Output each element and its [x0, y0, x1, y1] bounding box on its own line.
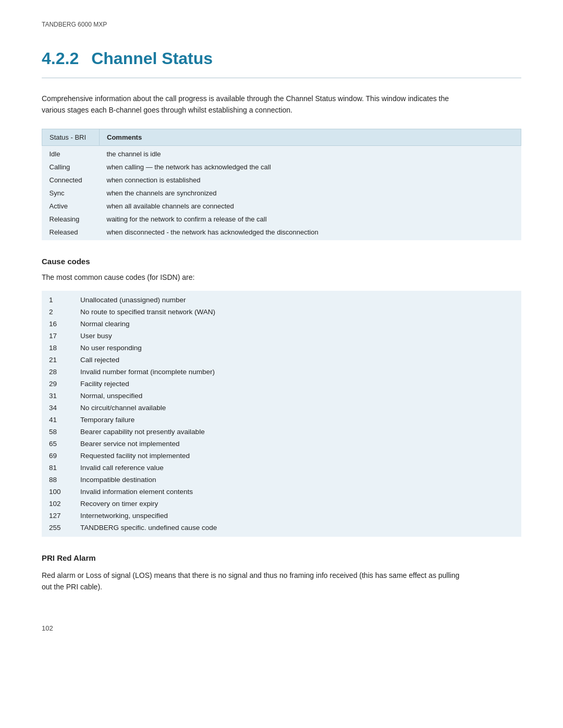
cause-description-cell: Requested facility not implemented: [73, 450, 521, 462]
cause-codes-title: Cause codes: [42, 257, 521, 266]
cause-description-cell: TANDBERG specific. undefined cause code: [73, 522, 521, 537]
cause-table-row: 127 Internetworking, unspecified: [42, 510, 521, 522]
cause-description-cell: Facility rejected: [73, 378, 521, 390]
status-table-row: Connected when connection is established: [42, 174, 521, 187]
status-table-row: Calling when calling — the network has a…: [42, 161, 521, 174]
cause-description-cell: Internetworking, unspecified: [73, 510, 521, 522]
cause-description-cell: Normal, unspecified: [73, 390, 521, 402]
cause-code-cell: 34: [42, 402, 73, 414]
cause-table-row: 69 Requested facility not implemented: [42, 450, 521, 462]
cause-table-row: 2 No route to specified transit network …: [42, 306, 521, 318]
comment-cell: when connection is established: [100, 174, 521, 187]
cause-codes-table: 1 Unallocated (unassigned) number 2 No r…: [42, 291, 521, 537]
section-title-text: Channel Status: [91, 49, 213, 68]
section-divider: [42, 78, 521, 78]
cause-code-cell: 102: [42, 498, 73, 510]
cause-table-row: 255 TANDBERG specific. undefined cause c…: [42, 522, 521, 537]
intro-text: Comprehensive information about the call…: [42, 93, 469, 116]
cause-code-cell: 69: [42, 450, 73, 462]
status-cell: Calling: [42, 161, 100, 174]
cause-code-cell: 28: [42, 366, 73, 378]
cause-code-cell: 21: [42, 354, 73, 366]
cause-description-cell: User busy: [73, 330, 521, 342]
status-cell: Released: [42, 226, 100, 240]
cause-code-cell: 17: [42, 330, 73, 342]
status-cell: Connected: [42, 174, 100, 187]
cause-code-cell: 65: [42, 438, 73, 450]
status-table-row: Releasing waiting for the network to con…: [42, 213, 521, 226]
status-cell: Active: [42, 200, 100, 213]
cause-table-row: 58 Bearer capability not presently avail…: [42, 426, 521, 438]
cause-code-cell: 81: [42, 462, 73, 474]
cause-description-cell: Invalid call reference value: [73, 462, 521, 474]
cause-code-cell: 1: [42, 291, 73, 306]
cause-table-row: 34 No circuit/channel available: [42, 402, 521, 414]
cause-description-cell: Bearer service not implemented: [73, 438, 521, 450]
cause-description-cell: Call rejected: [73, 354, 521, 366]
cause-code-cell: 255: [42, 522, 73, 537]
comment-cell: the channel is idle: [100, 145, 521, 161]
cause-code-cell: 58: [42, 426, 73, 438]
section-number: 4.2.2: [42, 49, 79, 68]
cause-description-cell: Invalid number format (incomplete number…: [73, 366, 521, 378]
cause-code-cell: 2: [42, 306, 73, 318]
cause-code-cell: 41: [42, 414, 73, 426]
status-table-col1-header: Status - BRI: [42, 129, 100, 145]
cause-codes-intro: The most common cause codes (for ISDN) a…: [42, 273, 521, 281]
pri-red-alarm-section: PRI Red Alarm Red alarm or Loss of signa…: [42, 553, 521, 593]
cause-table-row: 102 Recovery on timer expiry: [42, 498, 521, 510]
comment-cell: when the channels are synchronized: [100, 187, 521, 200]
cause-description-cell: Normal clearing: [73, 318, 521, 330]
cause-table-row: 65 Bearer service not implemented: [42, 438, 521, 450]
cause-table-row: 1 Unallocated (unassigned) number: [42, 291, 521, 306]
cause-description-cell: No user responding: [73, 342, 521, 354]
cause-table-row: 16 Normal clearing: [42, 318, 521, 330]
status-cell: Releasing: [42, 213, 100, 226]
status-cell: Idle: [42, 145, 100, 161]
cause-table-row: 88 Incompatible destination: [42, 474, 521, 486]
cause-description-cell: Bearer capability not presently availabl…: [73, 426, 521, 438]
cause-description-cell: No route to specified transit network (W…: [73, 306, 521, 318]
section-title: 4.2.2Channel Status: [42, 49, 521, 68]
cause-code-cell: 18: [42, 342, 73, 354]
cause-table-row: 29 Facility rejected: [42, 378, 521, 390]
status-table-col2-header: Comments: [100, 129, 521, 145]
cause-code-cell: 100: [42, 486, 73, 498]
status-table-row: Released when disconnected - the network…: [42, 226, 521, 240]
status-table-row: Active when all available channels are c…: [42, 200, 521, 213]
header-label: TANDBERG 6000 MXP: [42, 21, 521, 28]
cause-description-cell: Unallocated (unassigned) number: [73, 291, 521, 306]
status-table-row: Sync when the channels are synchronized: [42, 187, 521, 200]
cause-table-row: 31 Normal, unspecified: [42, 390, 521, 402]
cause-description-cell: Recovery on timer expiry: [73, 498, 521, 510]
cause-description-cell: No circuit/channel available: [73, 402, 521, 414]
cause-code-cell: 127: [42, 510, 73, 522]
cause-code-cell: 16: [42, 318, 73, 330]
cause-table-row: 41 Temporary failure: [42, 414, 521, 426]
cause-description-cell: Incompatible destination: [73, 474, 521, 486]
status-table-row: Idle the channel is idle: [42, 145, 521, 161]
cause-table-row: 18 No user responding: [42, 342, 521, 354]
page-number: 102: [42, 624, 521, 632]
status-cell: Sync: [42, 187, 100, 200]
cause-table-row: 17 User busy: [42, 330, 521, 342]
cause-code-cell: 29: [42, 378, 73, 390]
status-table: Status - BRI Comments Idle the channel i…: [42, 129, 521, 240]
cause-code-cell: 88: [42, 474, 73, 486]
comment-cell: waiting for the network to confirm a rel…: [100, 213, 521, 226]
cause-table-row: 21 Call rejected: [42, 354, 521, 366]
cause-code-cell: 31: [42, 390, 73, 402]
cause-description-cell: Invalid information element contents: [73, 486, 521, 498]
cause-table-row: 81 Invalid call reference value: [42, 462, 521, 474]
comment-cell: when disconnected - the network has ackn…: [100, 226, 521, 240]
comment-cell: when calling — the network has acknowled…: [100, 161, 521, 174]
pri-red-alarm-title: PRI Red Alarm: [42, 553, 521, 562]
cause-table-row: 28 Invalid number format (incomplete num…: [42, 366, 521, 378]
pri-red-alarm-text: Red alarm or Loss of signal (LOS) means …: [42, 570, 469, 593]
comment-cell: when all available channels are connecte…: [100, 200, 521, 213]
cause-description-cell: Temporary failure: [73, 414, 521, 426]
cause-table-row: 100 Invalid information element contents: [42, 486, 521, 498]
